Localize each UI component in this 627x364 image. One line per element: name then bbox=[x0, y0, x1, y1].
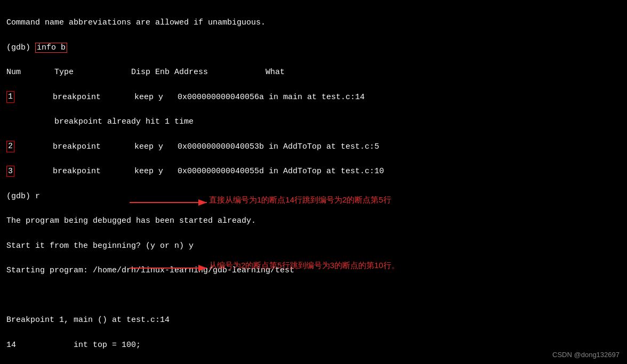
line-9: The program being debugged has been star… bbox=[6, 216, 256, 225]
line-13: Breakpoint 1, main () at test.c:14 bbox=[6, 316, 170, 325]
line-6: breakpoint keep y 0x000000000040053b in … bbox=[14, 142, 379, 151]
annotation-1: 直接从编号为1的断点14行跳到编号为2的断点第5行 bbox=[209, 195, 391, 205]
line-3: Num Type Disp Enb Address What bbox=[6, 68, 285, 77]
line-5: breakpoint already hit 1 time bbox=[6, 117, 194, 126]
line-8: (gdb) r bbox=[6, 192, 40, 201]
annotation-2: 从编号为2的断点第5行跳到编号为3的断点的第10行。 bbox=[209, 261, 399, 271]
line-10: Start it from the beginning? (y or n) y bbox=[6, 241, 194, 250]
line-7: breakpoint keep y 0x000000000040055d in … bbox=[14, 167, 384, 176]
bp3-num: 3 bbox=[6, 166, 14, 177]
line-2-prompt: (gdb) bbox=[6, 43, 35, 52]
line-14: 14 int top = 100; bbox=[6, 341, 141, 350]
terminal: Command name abbreviations are allowed i… bbox=[0, 0, 627, 364]
line-4: breakpoint keep y 0x000000000040056a in … bbox=[14, 93, 365, 102]
bp2-num: 2 bbox=[6, 141, 14, 152]
watermark: CSDN @dong132697 bbox=[552, 351, 620, 359]
info-b-cmd: info b bbox=[35, 43, 67, 53]
bp1-num: 1 bbox=[6, 91, 14, 103]
line-1: Command name abbreviations are allowed i… bbox=[6, 18, 266, 27]
